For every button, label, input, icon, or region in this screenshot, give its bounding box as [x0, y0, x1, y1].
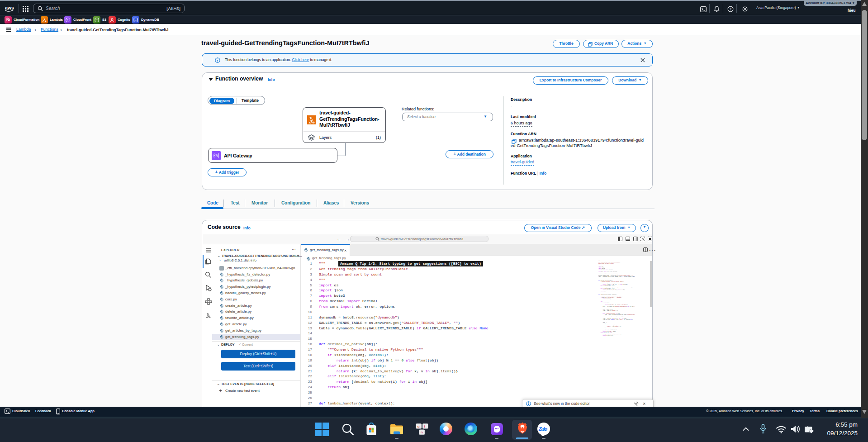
svg-text:n: n [421, 430, 423, 434]
svg-text:u: u [417, 424, 420, 428]
svg-text:aws: aws [5, 5, 14, 10]
svg-text:i: i [424, 424, 425, 428]
svg-text:?: ? [730, 7, 732, 11]
